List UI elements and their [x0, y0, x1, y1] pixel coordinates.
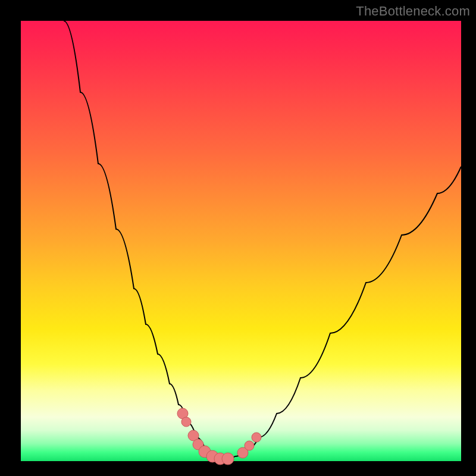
curve-right — [223, 167, 461, 460]
beads-left — [177, 408, 234, 465]
bead-marker — [222, 453, 234, 465]
plot-area — [21, 21, 461, 461]
curve-left — [64, 21, 223, 460]
bead-marker — [252, 433, 261, 442]
beads-right — [237, 433, 261, 458]
watermark-text: TheBottleneck.com — [356, 4, 470, 19]
bead-marker — [181, 417, 191, 427]
curve-svg — [21, 21, 461, 461]
chart-frame: TheBottleneck.com — [0, 0, 476, 476]
bead-marker — [245, 441, 254, 450]
